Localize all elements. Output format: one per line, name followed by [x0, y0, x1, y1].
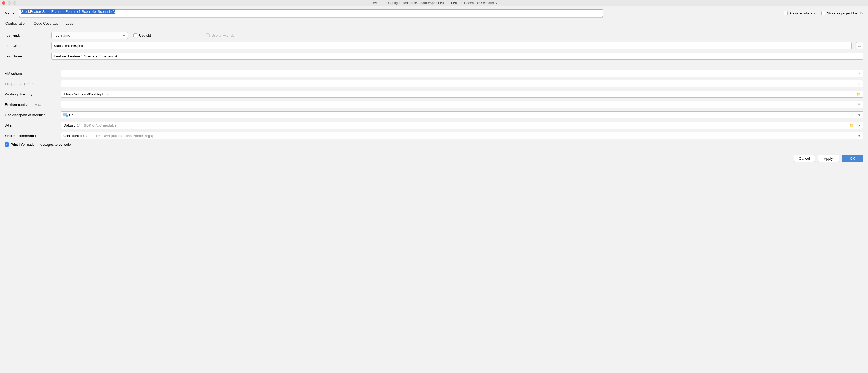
test-name-input[interactable]: Feature: Feature 1 Scenario: Scenario A — [51, 53, 863, 60]
test-kind-label: Test kind: — [5, 33, 49, 37]
cancel-button[interactable]: Cancel — [794, 155, 815, 162]
print-info-checkbox[interactable]: Print information messages to console — [5, 142, 71, 147]
module-icon — [63, 113, 67, 116]
apply-button[interactable]: Apply — [818, 155, 839, 162]
dialog-window: Create Run Configuration: 'StackFeatureS… — [0, 0, 868, 166]
close-window-button[interactable] — [2, 1, 5, 5]
jre-dropdown-button[interactable]: ▼ — [856, 122, 863, 129]
chevron-down-icon: ▼ — [858, 124, 861, 127]
test-class-input[interactable]: StackFeatureSpec — [51, 42, 851, 49]
ok-button[interactable]: OK — [842, 155, 863, 162]
folder-icon[interactable]: 📁 — [849, 123, 854, 127]
name-input[interactable]: StackFeatureSpec.Feature: Feature 1 Scen… — [19, 9, 603, 17]
titlebar: Create Run Configuration: 'StackFeatureS… — [0, 0, 868, 6]
gear-icon[interactable]: ⚙ — [860, 11, 863, 15]
use-sbt-checkbox[interactable]: Use sbt — [133, 33, 151, 37]
program-args-label: Program arguments: — [5, 82, 58, 86]
print-info-label: Print information messages to console — [11, 142, 71, 147]
list-icon[interactable]: ▤ — [857, 103, 861, 107]
vm-options-input[interactable]: ⤢ — [61, 70, 863, 77]
jre-input[interactable]: Default (14 - SDK of 'zio' module) 📁 — [61, 122, 856, 129]
test-kind-combo[interactable]: Test name ▼ — [51, 32, 128, 39]
zoom-window-button — [13, 1, 17, 5]
tab-logs[interactable]: Logs — [65, 20, 74, 28]
name-row: Name: StackFeatureSpec.Feature: Feature … — [0, 6, 868, 20]
allow-parallel-checkbox[interactable]: Allow parallel run — [784, 11, 816, 15]
test-name-label: Test Name: — [5, 54, 49, 58]
expand-icon[interactable]: ⤢ — [858, 82, 861, 86]
tab-code-coverage[interactable]: Code Coverage — [33, 20, 59, 28]
use-ui-sbt-label: Use UI with sbt — [211, 33, 235, 37]
store-as-project-checkbox[interactable]: Store as project file ⚙ — [821, 11, 863, 15]
folder-icon[interactable]: 📁 — [856, 92, 861, 96]
expand-icon[interactable]: ⤢ — [858, 71, 861, 75]
env-vars-input[interactable]: ▤ — [61, 101, 863, 108]
env-vars-label: Environment variables: — [5, 103, 58, 107]
vm-options-label: VM options: — [5, 71, 58, 76]
tabs: Configuration Code Coverage Logs — [0, 20, 868, 28]
traffic-lights — [2, 1, 17, 5]
jre-label: JRE: — [5, 123, 58, 127]
tab-configuration[interactable]: Configuration — [5, 20, 27, 28]
use-sbt-label: Use sbt — [139, 33, 151, 37]
shorten-combo[interactable]: user-local default: none - java [options… — [61, 132, 863, 139]
shorten-label: Shorten command line: — [5, 134, 58, 138]
test-class-label: Test Class: — [5, 44, 49, 48]
program-args-input[interactable]: ⤢ — [61, 80, 863, 87]
working-dir-input[interactable]: /Users/jetbrains/Desktop/zio 📁 — [61, 90, 863, 97]
store-as-project-label: Store as project file — [827, 11, 857, 15]
button-bar: Cancel Apply OK — [0, 150, 868, 166]
window-title: Create Run Configuration: 'StackFeatureS… — [2, 1, 866, 5]
working-dir-label: Working directory: — [5, 92, 58, 96]
allow-parallel-label: Allow parallel run — [789, 11, 816, 15]
separator — [5, 65, 863, 65]
minimize-window-button — [8, 1, 11, 5]
use-ui-sbt-checkbox: Use UI with sbt — [206, 33, 235, 37]
form-area: Test kind: Test name ▼ Use sbt Use UI wi… — [0, 28, 868, 147]
chevron-down-icon: ▼ — [858, 114, 861, 116]
chevron-down-icon: ▼ — [123, 34, 125, 37]
name-label: Name: — [5, 11, 15, 15]
browse-class-button[interactable]: ... — [856, 42, 863, 49]
chevron-down-icon: ▼ — [858, 134, 861, 137]
classpath-label: Use classpath of module: — [5, 113, 58, 117]
classpath-combo[interactable]: zio ▼ — [61, 111, 863, 118]
